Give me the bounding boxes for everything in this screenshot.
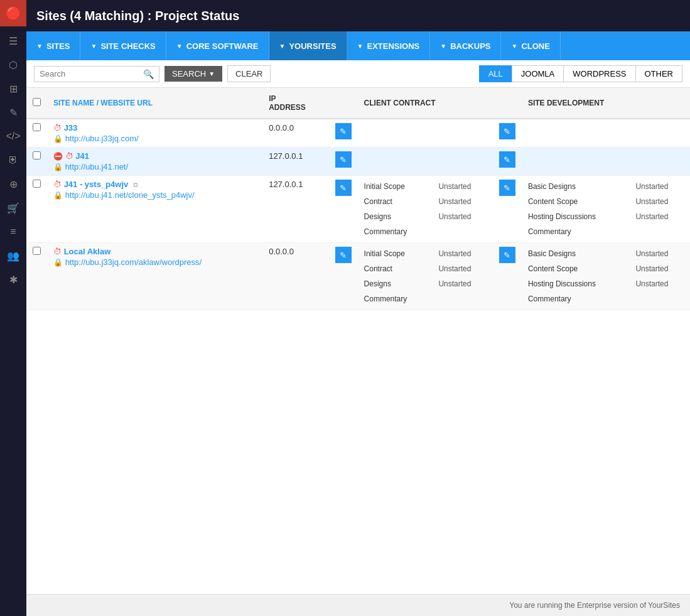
nav-yoursites[interactable]: ▼ YOURSITES bbox=[269, 31, 347, 60]
sidebar: 🔴 ☰ ⬡ ⊞ ✎ </> ⛨ ⊕ 🛒 ≡ 👥 ✱ bbox=[0, 0, 26, 616]
row-aklaw-dev-values: Unstarted Unstarted Unstarted bbox=[629, 243, 690, 310]
aklaw-contract-label-1: Initial Scope bbox=[364, 248, 405, 259]
sidebar-item-joomla[interactable]: ✱ bbox=[0, 267, 26, 291]
aklaw-contract-label-4: Commentary bbox=[364, 293, 407, 305]
header: Sites (4 Matching) : Project Status bbox=[26, 0, 690, 31]
row-j41-url[interactable]: http://ubu.j41.net/ bbox=[65, 162, 128, 171]
row-j41clone-name-row: ⏱ J41 - ysts_p4wjv ⧉ bbox=[53, 180, 256, 189]
row-j33-url-row: 🔒 http://ubu.j33jq.com/ bbox=[53, 134, 256, 143]
aklaw-dev-label-1: Basic Designs bbox=[528, 248, 576, 259]
nav-extensions[interactable]: ▼ EXTENSIONS bbox=[347, 31, 431, 60]
select-all-checkbox[interactable] bbox=[33, 98, 41, 106]
row-j33-checkbox-cell bbox=[26, 119, 47, 148]
row-aklaw-edit2-button[interactable]: ✎ bbox=[499, 247, 515, 263]
row-aklaw-ip-value: 0.0.0.0 bbox=[269, 247, 294, 256]
sidebar-item-dashboard[interactable]: ⬡ bbox=[0, 53, 26, 77]
row-j41clone-ip: 127.0.0.1 bbox=[262, 176, 328, 243]
filter-all[interactable]: ALL bbox=[479, 65, 512, 82]
lock-icon: 🔒 bbox=[53, 258, 63, 267]
row-j33-ip-value: 0.0.0.0 bbox=[269, 123, 294, 132]
col-ip-address: IPADDRESS bbox=[262, 88, 328, 119]
col-checkbox bbox=[26, 88, 47, 119]
dev-value-1: Unstarted bbox=[635, 181, 668, 192]
aklaw-dev-value-1: Unstarted bbox=[635, 248, 668, 259]
aklaw-dev-value-2: Unstarted bbox=[635, 263, 668, 274]
sidebar-item-grid[interactable]: ⊞ bbox=[0, 77, 26, 100]
nav-site-checks[interactable]: ▼ SITE CHECKS bbox=[80, 31, 166, 60]
row-j41-checkbox-cell bbox=[26, 148, 47, 176]
row-aklaw-edit1-button[interactable]: ✎ bbox=[335, 247, 352, 263]
row-j41-edit1-button[interactable]: ✎ bbox=[335, 151, 352, 168]
row-j41clone-checkbox[interactable] bbox=[33, 180, 41, 188]
row-aklaw-checkbox[interactable] bbox=[33, 247, 41, 255]
copy-icon[interactable]: ⧉ bbox=[133, 181, 138, 188]
footer-text: You are running the Enterprise version o… bbox=[509, 601, 680, 610]
nav-backups[interactable]: ▼ BACKUPS bbox=[430, 31, 501, 60]
col-ip-label: IPADDRESS bbox=[269, 94, 306, 112]
table-row: ⏱ J33 🔒 http://ubu.j33jq.com/ 0.0.0.0 bbox=[26, 119, 690, 148]
sidebar-item-edit[interactable]: ✎ bbox=[0, 100, 26, 124]
row-aklaw-ip: 0.0.0.0 bbox=[262, 243, 328, 310]
search-input[interactable] bbox=[40, 69, 143, 78]
nav-core-software[interactable]: ▼ CORE SOFTWARE bbox=[166, 31, 269, 60]
filter-wordpress[interactable]: WORDPRESS bbox=[563, 65, 635, 82]
aklaw-dev-label-2: Content Scope bbox=[528, 263, 578, 274]
row-j41-checkbox[interactable] bbox=[33, 151, 41, 159]
nav-sites[interactable]: ▼ SITES bbox=[26, 31, 80, 60]
nav-sites-label: SITES bbox=[46, 41, 70, 51]
filter-joomla[interactable]: JOOMLA bbox=[512, 65, 563, 82]
row-j41-ip: 127.0.0.1 bbox=[262, 148, 328, 176]
nav-clone[interactable]: ▼ CLONE bbox=[501, 31, 560, 60]
nav-yoursites-label: YOURSITES bbox=[289, 41, 336, 51]
table-row: ⏱ Local Aklaw 🔒 http://ubu.j33jq.com/akl… bbox=[26, 243, 690, 310]
contract-label-2: Contract bbox=[364, 196, 392, 207]
row-j41clone-edit2-button[interactable]: ✎ bbox=[499, 180, 515, 196]
row-j41clone-edit1-button[interactable]: ✎ bbox=[335, 180, 352, 196]
row-j41-edit2-cell: ✎ bbox=[493, 148, 522, 176]
filter-other[interactable]: OTHER bbox=[635, 65, 683, 82]
col-edit2 bbox=[493, 88, 522, 119]
clear-button[interactable]: CLEAR bbox=[227, 65, 271, 82]
row-j33-url[interactable]: http://ubu.j33jq.com/ bbox=[65, 134, 139, 143]
nav-clone-label: CLONE bbox=[521, 41, 550, 51]
row-j41clone-contract-labels: Initial Scope Contract Designs Commentar… bbox=[358, 176, 433, 243]
row-aklaw-url[interactable]: http://ubu.j33jq.com/aklaw/wordpress/ bbox=[65, 257, 202, 267]
row-j33-checkbox[interactable] bbox=[33, 123, 41, 131]
row-j41-url-row: 🔒 http://ubu.j41.net/ bbox=[53, 162, 256, 171]
nav-core-software-arrow: ▼ bbox=[176, 43, 183, 50]
page-title: Sites (4 Matching) : Project Status bbox=[36, 9, 239, 23]
main-content: Sites (4 Matching) : Project Status ▼ SI… bbox=[26, 0, 690, 616]
row-j41clone-site-cell: ⏱ J41 - ysts_p4wjv ⧉ 🔒 http://ubu.j41.ne… bbox=[47, 176, 262, 243]
row-j41clone-dev-labels: Basic Designs Content Scope Hosting Disc… bbox=[522, 176, 630, 243]
sidebar-item-globe[interactable]: ⊕ bbox=[0, 172, 26, 196]
col-site-name-label: SITE NAME / WEBSITE URL bbox=[53, 99, 153, 107]
search-box: 🔍 bbox=[34, 66, 159, 82]
row-j33-edit2-button[interactable]: ✎ bbox=[499, 123, 515, 139]
row-j41-dev-values bbox=[629, 148, 690, 176]
dev-label-4: Commentary bbox=[528, 226, 571, 237]
row-aklaw-site-cell: ⏱ Local Aklaw 🔒 http://ubu.j33jq.com/akl… bbox=[47, 243, 262, 310]
sidebar-item-menu[interactable]: ☰ bbox=[0, 29, 26, 53]
row-j41clone-checkbox-cell bbox=[26, 176, 47, 243]
row-aklaw-edit2-cell: ✎ bbox=[493, 243, 522, 310]
aklaw-dev-label-4: Commentary bbox=[528, 293, 571, 305]
sidebar-item-list[interactable]: ≡ bbox=[0, 220, 26, 244]
clock-icon: ⏱ bbox=[53, 180, 62, 189]
sidebar-item-cart[interactable]: 🛒 bbox=[0, 196, 26, 220]
search-button[interactable]: SEARCH ▼ bbox=[164, 66, 222, 82]
lock-icon: 🔒 bbox=[53, 134, 63, 143]
sidebar-item-users[interactable]: 👥 bbox=[0, 244, 26, 267]
row-j41-edit2-button[interactable]: ✎ bbox=[499, 151, 515, 168]
table-row: ⛔ ⏱ J41 🔒 http://ubu.j41.net/ 127.0.0.1 bbox=[26, 148, 690, 176]
sidebar-item-code[interactable]: </> bbox=[0, 124, 26, 148]
contract-value-1: Unstarted bbox=[438, 181, 471, 192]
row-j41clone-url[interactable]: http://ubu.j41.net/clone_ysts_p4wjv/ bbox=[65, 190, 195, 200]
contract-value-2: Unstarted bbox=[438, 196, 471, 207]
row-j41clone-contract-values: Unstarted Unstarted Unstarted bbox=[432, 176, 493, 243]
dev-value-3: Unstarted bbox=[635, 211, 668, 222]
row-j33-edit1-button[interactable]: ✎ bbox=[335, 123, 352, 139]
row-j41clone-ip-value: 127.0.0.1 bbox=[269, 180, 303, 189]
table-header-row: SITE NAME / WEBSITE URL IPADDRESS CLIENT… bbox=[26, 88, 690, 119]
contract-label-4: Commentary bbox=[364, 226, 407, 237]
sidebar-item-shield[interactable]: ⛨ bbox=[0, 148, 26, 172]
